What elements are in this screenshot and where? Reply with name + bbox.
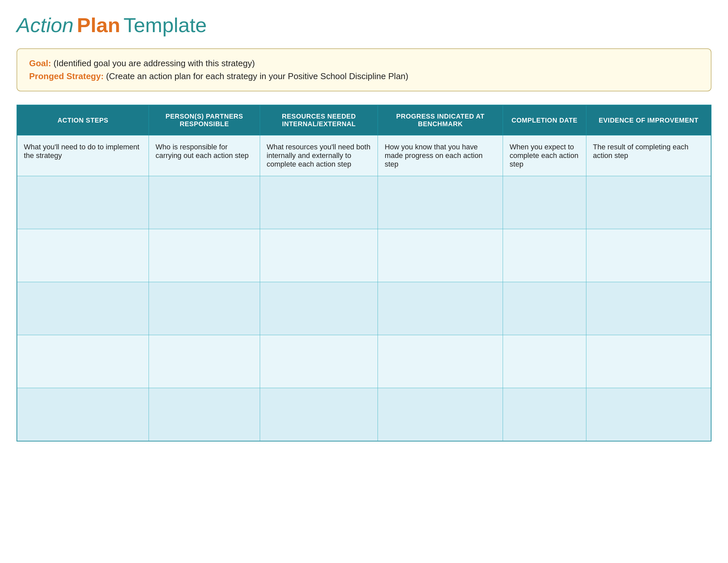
table-row <box>17 176 711 229</box>
cell-evidence-desc: The result of completing each action ste… <box>586 135 711 176</box>
cell-progress-4 <box>378 335 503 388</box>
table-row-description: What you'll need to do to implement the … <box>17 135 711 176</box>
cell-action-3 <box>17 282 149 335</box>
table-row <box>17 388 711 441</box>
pronged-text: (Create an action plan for each strategy… <box>106 71 408 81</box>
title-plan: Plan <box>77 13 120 37</box>
cell-resources-3 <box>260 282 378 335</box>
page-title: Action Plan Template <box>17 13 711 37</box>
action-plan-table: Action Steps Person(s) Partners Responsi… <box>17 105 711 442</box>
cell-progress-1 <box>378 176 503 229</box>
cell-progress-2 <box>378 229 503 282</box>
cell-completion-1 <box>503 176 586 229</box>
header-evidence-improvement: Evidence of Improvement <box>586 105 711 135</box>
table-row <box>17 282 711 335</box>
cell-resources-desc: What resources you'll need both internal… <box>260 135 378 176</box>
table-row <box>17 229 711 282</box>
cell-resources-1 <box>260 176 378 229</box>
header-person-responsible: Person(s) Partners Responsible <box>149 105 260 135</box>
cell-completion-4 <box>503 335 586 388</box>
cell-action-5 <box>17 388 149 441</box>
table-header-row: Action Steps Person(s) Partners Responsi… <box>17 105 711 135</box>
cell-action-4 <box>17 335 149 388</box>
goal-label: Goal: <box>29 58 51 68</box>
cell-completion-3 <box>503 282 586 335</box>
header-progress-benchmark: Progress Indicated at Benchmark <box>378 105 503 135</box>
pronged-line: Pronged Strategy: (Create an action plan… <box>29 71 699 81</box>
cell-person-2 <box>149 229 260 282</box>
cell-evidence-5 <box>586 388 711 441</box>
title-template: Template <box>123 13 207 37</box>
title-action: Action <box>17 13 73 37</box>
header-action-steps: Action Steps <box>17 105 149 135</box>
cell-action-2 <box>17 229 149 282</box>
cell-person-4 <box>149 335 260 388</box>
header-completion-date: Completion Date <box>503 105 586 135</box>
header-resources-needed: Resources Needed Internal/External <box>260 105 378 135</box>
cell-person-5 <box>149 388 260 441</box>
cell-resources-4 <box>260 335 378 388</box>
cell-person-3 <box>149 282 260 335</box>
cell-action-steps-desc: What you'll need to do to implement the … <box>17 135 149 176</box>
cell-evidence-1 <box>586 176 711 229</box>
cell-completion-2 <box>503 229 586 282</box>
table-row <box>17 335 711 388</box>
cell-progress-3 <box>378 282 503 335</box>
cell-progress-5 <box>378 388 503 441</box>
cell-resources-2 <box>260 229 378 282</box>
cell-person-1 <box>149 176 260 229</box>
cell-completion-5 <box>503 388 586 441</box>
cell-person-desc: Who is responsible for carrying out each… <box>149 135 260 176</box>
cell-completion-desc: When you expect to complete each action … <box>503 135 586 176</box>
cell-evidence-2 <box>586 229 711 282</box>
cell-action-1 <box>17 176 149 229</box>
cell-progress-desc: How you know that you have made progress… <box>378 135 503 176</box>
cell-evidence-3 <box>586 282 711 335</box>
goal-line: Goal: (Identified goal you are addressin… <box>29 58 699 69</box>
goal-text: (Identified goal you are addressing with… <box>54 58 255 68</box>
goal-box: Goal: (Identified goal you are addressin… <box>17 48 711 91</box>
pronged-label: Pronged Strategy: <box>29 71 104 81</box>
cell-evidence-4 <box>586 335 711 388</box>
cell-resources-5 <box>260 388 378 441</box>
